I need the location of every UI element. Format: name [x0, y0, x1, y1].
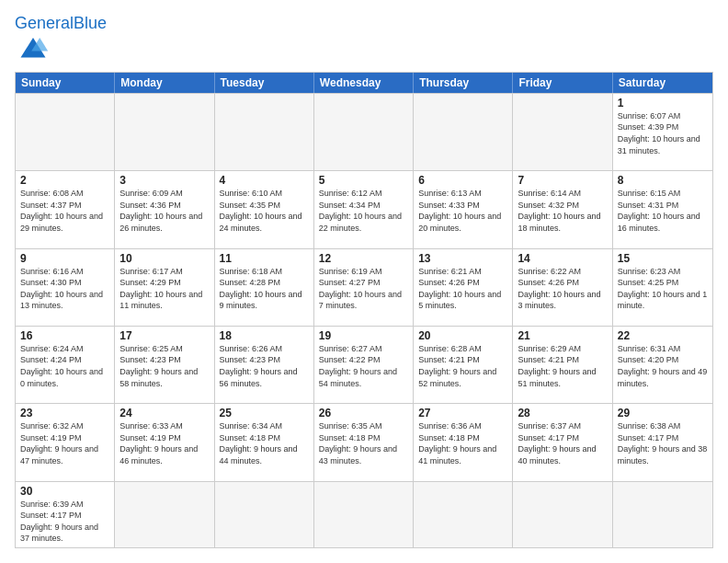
cal-cell-1-5: 7Sunrise: 6:14 AM Sunset: 4:32 PM Daylig…: [513, 171, 612, 247]
cal-cell-3-2: 18Sunrise: 6:26 AM Sunset: 4:23 PM Dayli…: [215, 327, 314, 403]
day-number: 23: [20, 407, 109, 419]
header-thursday: Thursday: [414, 73, 513, 93]
cell-info: Sunrise: 6:36 AM Sunset: 4:18 PM Dayligh…: [418, 420, 507, 466]
cal-cell-5-4: [414, 482, 513, 547]
cal-cell-0-2: [215, 94, 314, 170]
cell-info: Sunrise: 6:26 AM Sunset: 4:23 PM Dayligh…: [220, 343, 309, 389]
logo: GeneralBlue: [15, 15, 107, 63]
header-friday: Friday: [513, 73, 612, 93]
cal-cell-2-2: 11Sunrise: 6:18 AM Sunset: 4:28 PM Dayli…: [215, 249, 314, 326]
day-number: 29: [618, 407, 708, 419]
day-number: 1: [618, 97, 708, 109]
cell-info: Sunrise: 6:29 AM Sunset: 4:21 PM Dayligh…: [518, 343, 607, 389]
calendar-header: Sunday Monday Tuesday Wednesday Thursday…: [16, 73, 712, 93]
cal-cell-4-4: 27Sunrise: 6:36 AM Sunset: 4:18 PM Dayli…: [414, 404, 513, 480]
day-number: 9: [20, 252, 109, 265]
cal-cell-3-3: 19Sunrise: 6:27 AM Sunset: 4:22 PM Dayli…: [314, 327, 414, 403]
cell-info: Sunrise: 6:18 AM Sunset: 4:28 PM Dayligh…: [220, 266, 309, 312]
cell-info: Sunrise: 6:35 AM Sunset: 4:18 PM Dayligh…: [319, 420, 408, 466]
day-number: 24: [119, 407, 209, 419]
header: GeneralBlue: [15, 15, 713, 63]
cal-cell-0-5: [513, 94, 612, 170]
logo-text: GeneralBlue: [15, 15, 107, 33]
cal-cell-1-6: 8Sunrise: 6:15 AM Sunset: 4:31 PM Daylig…: [613, 171, 712, 247]
day-number: 25: [220, 407, 309, 419]
cal-cell-5-5: [513, 482, 612, 547]
cell-info: Sunrise: 6:37 AM Sunset: 4:17 PM Dayligh…: [518, 420, 607, 466]
cal-cell-0-4: [414, 94, 513, 170]
day-number: 2: [20, 174, 109, 187]
day-number: 27: [418, 407, 507, 419]
cell-info: Sunrise: 6:25 AM Sunset: 4:23 PM Dayligh…: [119, 343, 209, 389]
logo-general: General: [15, 14, 74, 32]
header-wednesday: Wednesday: [314, 73, 414, 93]
cell-info: Sunrise: 6:23 AM Sunset: 4:25 PM Dayligh…: [618, 266, 708, 312]
day-number: 15: [618, 252, 708, 265]
cal-cell-4-1: 24Sunrise: 6:33 AM Sunset: 4:19 PM Dayli…: [115, 404, 214, 480]
calendar-row-5: 30Sunrise: 6:39 AM Sunset: 4:17 PM Dayli…: [16, 481, 712, 547]
logo-blue: Blue: [74, 14, 107, 32]
cal-cell-5-6: [613, 482, 712, 547]
calendar-row-0: 1Sunrise: 6:07 AM Sunset: 4:39 PM Daylig…: [16, 93, 712, 170]
day-number: 28: [518, 407, 607, 419]
logo-icon: [17, 33, 50, 59]
calendar-body: 1Sunrise: 6:07 AM Sunset: 4:39 PM Daylig…: [16, 93, 712, 547]
cal-cell-1-1: 3Sunrise: 6:09 AM Sunset: 4:36 PM Daylig…: [115, 171, 214, 247]
cell-info: Sunrise: 6:22 AM Sunset: 4:26 PM Dayligh…: [518, 266, 607, 312]
calendar: Sunday Monday Tuesday Wednesday Thursday…: [15, 72, 713, 548]
header-saturday: Saturday: [613, 73, 712, 93]
cal-cell-5-3: [314, 482, 414, 547]
page: GeneralBlue Sunday Monday Tuesday Wednes…: [0, 0, 728, 563]
calendar-row-2: 9Sunrise: 6:16 AM Sunset: 4:30 PM Daylig…: [16, 248, 712, 326]
cell-info: Sunrise: 6:24 AM Sunset: 4:24 PM Dayligh…: [20, 343, 109, 389]
day-number: 8: [618, 174, 708, 187]
cell-info: Sunrise: 6:19 AM Sunset: 4:27 PM Dayligh…: [319, 266, 408, 312]
cell-info: Sunrise: 6:27 AM Sunset: 4:22 PM Dayligh…: [319, 343, 408, 389]
cal-cell-4-5: 28Sunrise: 6:37 AM Sunset: 4:17 PM Dayli…: [513, 404, 612, 480]
day-number: 17: [119, 329, 209, 342]
cell-info: Sunrise: 6:13 AM Sunset: 4:33 PM Dayligh…: [418, 188, 507, 234]
cell-info: Sunrise: 6:15 AM Sunset: 4:31 PM Dayligh…: [618, 188, 708, 234]
cell-info: Sunrise: 6:21 AM Sunset: 4:26 PM Dayligh…: [418, 266, 507, 312]
cal-cell-5-0: 30Sunrise: 6:39 AM Sunset: 4:17 PM Dayli…: [16, 482, 115, 547]
cell-info: Sunrise: 6:08 AM Sunset: 4:37 PM Dayligh…: [20, 188, 109, 234]
day-number: 26: [319, 407, 408, 419]
cal-cell-2-3: 12Sunrise: 6:19 AM Sunset: 4:27 PM Dayli…: [314, 249, 414, 326]
cal-cell-3-6: 22Sunrise: 6:31 AM Sunset: 4:20 PM Dayli…: [613, 327, 712, 403]
cell-info: Sunrise: 6:10 AM Sunset: 4:35 PM Dayligh…: [220, 188, 309, 234]
day-number: 10: [119, 252, 209, 265]
day-number: 30: [20, 485, 109, 498]
day-number: 11: [220, 252, 309, 265]
cal-cell-3-5: 21Sunrise: 6:29 AM Sunset: 4:21 PM Dayli…: [513, 327, 612, 403]
cell-info: Sunrise: 6:31 AM Sunset: 4:20 PM Dayligh…: [618, 343, 708, 389]
day-number: 7: [518, 174, 607, 187]
cell-info: Sunrise: 6:39 AM Sunset: 4:17 PM Dayligh…: [20, 499, 109, 545]
cal-cell-0-0: [16, 94, 115, 170]
cell-info: Sunrise: 6:33 AM Sunset: 4:19 PM Dayligh…: [119, 420, 209, 466]
cell-info: Sunrise: 6:34 AM Sunset: 4:18 PM Dayligh…: [220, 420, 309, 466]
cell-info: Sunrise: 6:16 AM Sunset: 4:30 PM Dayligh…: [20, 266, 109, 312]
cal-cell-3-1: 17Sunrise: 6:25 AM Sunset: 4:23 PM Dayli…: [115, 327, 214, 403]
cal-cell-2-6: 15Sunrise: 6:23 AM Sunset: 4:25 PM Dayli…: [613, 249, 712, 326]
cell-info: Sunrise: 6:32 AM Sunset: 4:19 PM Dayligh…: [20, 420, 109, 466]
day-number: 5: [319, 174, 408, 187]
day-number: 6: [418, 174, 507, 187]
calendar-row-4: 23Sunrise: 6:32 AM Sunset: 4:19 PM Dayli…: [16, 403, 712, 480]
calendar-row-3: 16Sunrise: 6:24 AM Sunset: 4:24 PM Dayli…: [16, 326, 712, 403]
cell-info: Sunrise: 6:09 AM Sunset: 4:36 PM Dayligh…: [119, 188, 209, 234]
header-monday: Monday: [115, 73, 214, 93]
cal-cell-1-2: 4Sunrise: 6:10 AM Sunset: 4:35 PM Daylig…: [215, 171, 314, 247]
cal-cell-5-1: [115, 482, 214, 547]
cal-cell-2-5: 14Sunrise: 6:22 AM Sunset: 4:26 PM Dayli…: [513, 249, 612, 326]
cal-cell-2-0: 9Sunrise: 6:16 AM Sunset: 4:30 PM Daylig…: [16, 249, 115, 326]
cal-cell-4-0: 23Sunrise: 6:32 AM Sunset: 4:19 PM Dayli…: [16, 404, 115, 480]
day-number: 4: [220, 174, 309, 187]
cal-cell-3-4: 20Sunrise: 6:28 AM Sunset: 4:21 PM Dayli…: [414, 327, 513, 403]
cal-cell-5-2: [215, 482, 314, 547]
cal-cell-0-3: [314, 94, 414, 170]
cal-cell-4-3: 26Sunrise: 6:35 AM Sunset: 4:18 PM Dayli…: [314, 404, 414, 480]
cal-cell-2-4: 13Sunrise: 6:21 AM Sunset: 4:26 PM Dayli…: [414, 249, 513, 326]
day-number: 14: [518, 252, 607, 265]
cal-cell-1-0: 2Sunrise: 6:08 AM Sunset: 4:37 PM Daylig…: [16, 171, 115, 247]
day-number: 20: [418, 329, 507, 342]
